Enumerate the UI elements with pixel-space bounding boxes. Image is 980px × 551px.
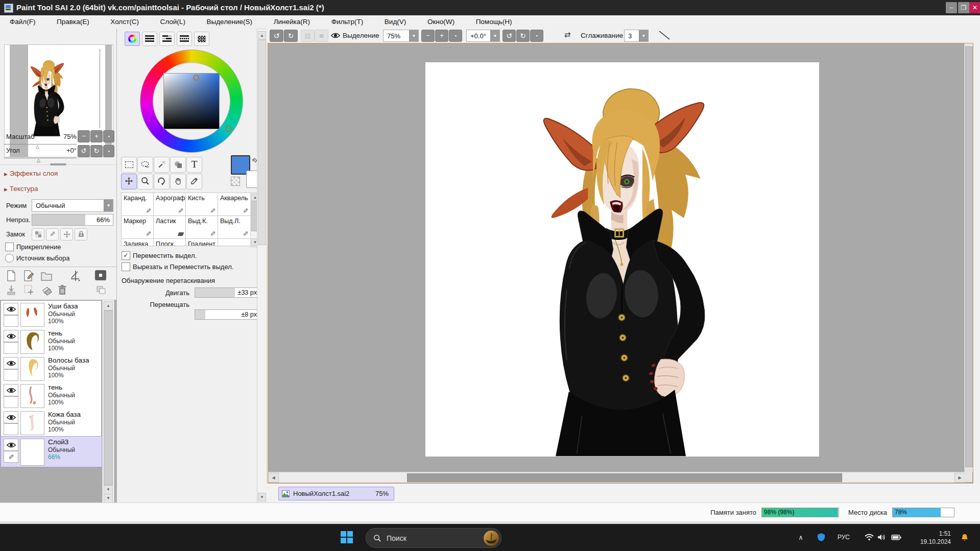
scroll-right-icon[interactable]: ▶: [954, 473, 965, 483]
secondary-color-swatch[interactable]: [246, 171, 257, 188]
layer-lock-slot[interactable]: [4, 423, 18, 435]
canvas-angle-reset-button[interactable]: ▪: [530, 30, 543, 42]
menu-help[interactable]: Помощь(H): [466, 15, 522, 26]
restore-button[interactable]: ❐: [958, 2, 969, 13]
tool-zoom[interactable]: [137, 174, 153, 189]
canvas-rotate-ccw-button[interactable]: ↺: [503, 30, 516, 42]
transform-anchor-button[interactable]: [69, 270, 81, 282]
tab-swatches[interactable]: [194, 32, 209, 46]
shift-slider[interactable]: ±8 px: [195, 309, 257, 320]
close-button[interactable]: ✕: [969, 2, 980, 13]
layer-extra-button[interactable]: [96, 285, 106, 295]
brush-empty-slot[interactable]: [218, 239, 251, 246]
brush-gradient[interactable]: Градиент: [186, 239, 218, 246]
scrollbar-thumb[interactable]: [251, 201, 257, 231]
canvas-rotate-cw-button[interactable]: ↻: [516, 30, 530, 42]
document-tab[interactable]: НовыйХолст1.sai2 75%: [278, 487, 394, 500]
layer-row-skin-shadow[interactable]: тень Обычный 100%: [1, 382, 101, 410]
layer-visibility-toggle[interactable]: [4, 303, 18, 315]
swap-colors-icon[interactable]: ⇄: [250, 155, 257, 164]
layer-row-ears[interactable]: Уши база Обычный 100%: [1, 301, 101, 328]
clock[interactable]: 1:51 19.10.2024: [910, 530, 951, 546]
tab-rgb-sliders[interactable]: [142, 32, 157, 46]
move-selection-checkbox[interactable]: ✓: [122, 251, 130, 260]
delete-layer-button[interactable]: [57, 284, 67, 296]
layer-list-scrollbar[interactable]: ▲ ▼ ▼: [102, 300, 114, 502]
menu-window[interactable]: Окно(W): [418, 15, 464, 26]
battery-icon[interactable]: [891, 532, 902, 542]
volume-icon[interactable]: [876, 532, 887, 542]
start-button[interactable]: [341, 531, 354, 544]
scroll-left-icon[interactable]: ◀: [268, 473, 279, 483]
section-texture[interactable]: ▶ Текстура: [4, 185, 38, 193]
canvas-hscrollbar[interactable]: ◀ ▶: [268, 472, 964, 483]
scroll-down-icon[interactable]: ▼: [258, 493, 266, 501]
brush-watercolor[interactable]: Акварель✎: [218, 193, 251, 216]
layer-visibility-toggle[interactable]: [4, 357, 18, 369]
tab-color-wheel[interactable]: [125, 32, 140, 46]
invert-selection-button-disabled[interactable]: ◙: [315, 30, 328, 42]
redo-button[interactable]: ↻: [284, 30, 298, 42]
hue-marker[interactable]: [225, 126, 232, 132]
layer-visibility-toggle[interactable]: [4, 439, 18, 451]
zoom-reset-button[interactable]: ▪: [103, 130, 114, 142]
sv-marker[interactable]: [193, 75, 199, 81]
layer-lock-slot[interactable]: [4, 396, 18, 408]
menu-layer[interactable]: Слой(L): [151, 15, 195, 26]
scroll-up-icon[interactable]: ▲: [258, 31, 266, 40]
layer-visibility-toggle[interactable]: [4, 384, 18, 396]
canvas-zoom-reset-button[interactable]: ▪: [449, 30, 462, 42]
tool-rect-select[interactable]: [121, 157, 137, 173]
layer-row-hair-shadow[interactable]: тень Обычный 100%: [1, 328, 101, 355]
scroll-down-icon[interactable]: ▼: [104, 485, 113, 494]
new-layer-button[interactable]: [6, 270, 16, 281]
tool-hand[interactable]: [170, 174, 186, 189]
canvas-pasteboard[interactable]: [268, 43, 964, 472]
scroll-up-icon[interactable]: ▲: [251, 194, 257, 201]
tab-hsv-sliders[interactable]: [159, 32, 175, 46]
taskbar-search[interactable]: Поиск: [366, 528, 501, 548]
layer-lock-slot[interactable]: [4, 369, 18, 381]
menu-selection[interactable]: Выделение(S): [197, 15, 262, 26]
brush-selection-pen[interactable]: Выд.К.✎: [186, 216, 218, 239]
tool-panel-scrollbar[interactable]: ▲ ▼: [257, 29, 267, 504]
section-layer-effects[interactable]: ▶ Эффекты слоя: [4, 170, 58, 177]
saturation-value-square[interactable]: [163, 73, 220, 129]
layer-lock-slot[interactable]: [4, 342, 18, 354]
brush-airbrush[interactable]: Аэрограф✎: [154, 193, 186, 216]
flip-horizontal-button[interactable]: ⇄: [561, 30, 573, 40]
lock-all-button[interactable]: [75, 228, 87, 241]
clear-layer-button[interactable]: [41, 284, 52, 296]
layer-panel-options-button[interactable]: [95, 270, 106, 280]
scroll-down2-icon[interactable]: ▼: [104, 494, 113, 502]
zoom-in-button[interactable]: +: [90, 130, 103, 142]
menu-edit[interactable]: Правка(E): [47, 15, 99, 26]
tool-lasso[interactable]: [137, 157, 153, 173]
layer-row-hair-base[interactable]: Волосы база Обычный 100%: [1, 355, 101, 382]
scroll-up-icon[interactable]: ▲: [104, 301, 113, 310]
tool-shape[interactable]: [170, 157, 186, 173]
selection-source-radio[interactable]: [5, 254, 14, 262]
new-folder-button[interactable]: [41, 271, 52, 281]
blend-mode-dropdown[interactable]: Обычный ▼: [32, 199, 113, 212]
angle-reset-button[interactable]: ▪: [103, 145, 114, 157]
menu-canvas[interactable]: Холст(C): [101, 15, 149, 26]
smoothing-dropdown[interactable]: 3 ▼: [624, 30, 649, 42]
tool-text[interactable]: T: [186, 157, 202, 173]
zoom-out-button[interactable]: −: [78, 130, 90, 142]
brush-marker[interactable]: Маркер✎: [122, 216, 154, 239]
lock-transparency-button[interactable]: [32, 228, 44, 241]
angle-slider[interactable]: [4, 158, 77, 158]
canvas-zoom-dropdown[interactable]: 75% ▼: [383, 30, 419, 42]
angle-slider-marker[interactable]: △: [37, 158, 40, 163]
opacity-slider[interactable]: 66%: [32, 214, 113, 226]
transparent-color-swatch[interactable]: [231, 177, 240, 186]
tool-rotate-view[interactable]: [154, 174, 170, 189]
copy-merged-button[interactable]: [23, 284, 35, 296]
brush-flat[interactable]: Плоск.: [154, 239, 186, 246]
canvas-zoom-in-button[interactable]: +: [435, 30, 448, 42]
menu-filter[interactable]: Фильтр(T): [322, 15, 373, 26]
menu-view[interactable]: Вид(V): [375, 15, 416, 26]
scrollbar-thumb[interactable]: [104, 310, 113, 485]
tray-chevron-icon[interactable]: ∧: [796, 532, 806, 542]
